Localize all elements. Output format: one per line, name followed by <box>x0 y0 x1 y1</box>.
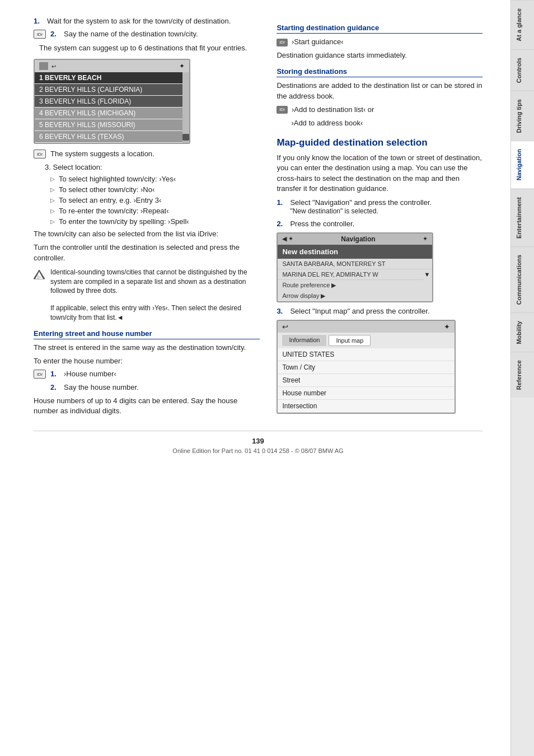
sidebar-tab-communications[interactable]: Communications <box>511 246 534 312</box>
screen-icon-label: ↩ <box>51 63 56 69</box>
beverly-row-3: 3 BEVERLY HILLS (FLORIDA) <box>35 96 182 108</box>
nav-screen-row-2-container: MARINA DEL REY, ADMIRALTY W ▼ <box>278 269 432 280</box>
storing-heading: Storing destinations <box>277 67 483 77</box>
sub-item-1: ▷ To select highlighted town/city: ›Yes‹ <box>50 175 260 183</box>
sub-item-4: ▷ To re-enter the town/city: ›Repeat‹ <box>50 207 260 215</box>
idrive-icon-store: iDr <box>277 106 288 114</box>
right-column: Starting destination guidance iDr ›Start… <box>277 17 483 419</box>
beverly-row-6: 6 BEVERLY HILLS (TEXAS) <box>35 131 182 143</box>
sub-item-5: ▷ To enter the town/city by spelling: ›S… <box>50 217 260 226</box>
house-info: House numbers of up to 4 digits can be e… <box>34 396 260 416</box>
beverly-row-5: 5 BEVERLY HILLS (MISSOURI) <box>35 119 182 131</box>
nav-screen-header: ◀ ✦ Navigation ✦ <box>278 234 432 245</box>
input-row-country: UNITED STATES <box>278 348 455 361</box>
start-guidance-container: iDr ›Start guidance‹ <box>277 37 483 47</box>
entering-p1: The street is entered in the same way as… <box>34 343 260 353</box>
note-triangle-container: ▷ <box>34 268 46 280</box>
scroll-thumb <box>182 134 189 141</box>
to-enter-house: To enter the house number: <box>34 356 260 366</box>
sidebar-tab-driving-tips[interactable]: Driving tips <box>511 91 534 141</box>
triangle-icon-3: ▷ <box>50 197 56 203</box>
sidebar-tab-at-a-glance[interactable]: At a glance <box>511 0 534 49</box>
idrive-icon-step2: iDr <box>34 30 46 39</box>
nav-screen-title-header: Navigation <box>341 235 375 243</box>
triangle-icon-1: ▷ <box>50 176 56 182</box>
map-step-1-sub: "New destination" is selected. <box>290 207 378 215</box>
step-3-select: 3. Select location: ▷ To select highligh… <box>45 163 260 226</box>
step-1: 1. Wait for the system to ask for the to… <box>34 17 260 25</box>
nav-scroll-icon: ▼ <box>424 271 432 278</box>
screen-header-compass: ✦ <box>179 62 185 70</box>
idrive-desc: Turn the controller until the destinatio… <box>34 242 260 263</box>
note-triangle-icon: ▷ <box>34 269 45 280</box>
triangle-icon-2: ▷ <box>50 186 56 193</box>
map-step-2: 2. Press the controller. <box>277 220 483 228</box>
sidebar-tab-entertainment[interactable]: Entertainment <box>511 189 534 246</box>
starting-heading: Starting destination guidance <box>277 24 483 34</box>
idrive-icon-suggest: iDr <box>34 150 46 158</box>
page-number: 139 <box>34 437 483 445</box>
input-map-header-icon: ✦ <box>444 323 450 331</box>
storing-desc: Destinations are added to the destinatio… <box>277 81 483 101</box>
sidebar-tab-navigation[interactable]: Navigation <box>511 141 534 188</box>
nav-screen-row-1: SANTA BARBARA, MONTERREY ST <box>278 259 432 269</box>
sub-item-2: ▷ To select other town/city: ›No‹ <box>50 185 260 194</box>
step-2: iDr 2. Say the name of the destination t… <box>34 30 260 39</box>
sidebar-tab-reference[interactable]: Reference <box>511 352 534 398</box>
scrollbar <box>182 72 189 143</box>
beverly-screen: ↩ ✦ 1 BEVERLY BEACH 2 BEVERLY HILLS (CAL… <box>34 59 190 144</box>
suggest-text: The system can suggest up to 6 destinati… <box>39 43 260 53</box>
triangle-icon-5: ▷ <box>50 218 56 225</box>
step-3-suggest: iDr The system suggests a location. <box>34 150 260 158</box>
nav-screen-icon: ✦ <box>423 235 428 242</box>
tab-input-map[interactable]: Input map <box>329 335 371 346</box>
house-step-1: iDr 1. ›House number‹ <box>34 370 260 379</box>
storing-cmd2: ›Add to address book‹ <box>291 118 483 128</box>
screen-body: 1 BEVERLY BEACH 2 BEVERLY HILLS (CALIFOR… <box>35 72 189 143</box>
input-map-tabs: Information Input map <box>278 333 455 348</box>
screen-header: ↩ ✦ <box>35 60 189 72</box>
page-footer: 139 Online Edition for Part no. 01 41 0 … <box>34 431 483 454</box>
select-sub-list: ▷ To select highlighted town/city: ›Yes‹… <box>50 175 260 226</box>
sidebar-tab-controls[interactable]: Controls <box>511 49 534 91</box>
nav-screen: ◀ ✦ Navigation ✦ New destination SANTA B… <box>277 232 433 302</box>
nav-screen-footer-2: Arrow display ▶ <box>278 291 432 301</box>
note-text2: If applicable, select this entry with ›Y… <box>50 304 260 323</box>
map-guided-heading: Map-guided destination selection <box>277 137 483 148</box>
beverly-row-1: 1 BEVERLY BEACH <box>35 72 182 84</box>
sidebar-tab-mobility[interactable]: Mobility <box>511 312 534 352</box>
footer-text: Online Edition for Part no. 01 41 0 014 … <box>34 447 483 454</box>
input-row-street: Street <box>278 374 455 387</box>
nav-screen-row-2: MARINA DEL REY, ADMIRALTY W <box>278 269 424 280</box>
nav-screen-footer-1: Route preference ▶ <box>278 280 432 291</box>
sub-item-3: ▷ To select an entry, e.g. ›Entry 3‹ <box>50 196 260 204</box>
left-column: 1. Wait for the system to ask for the to… <box>34 17 260 419</box>
input-row-house: House number <box>278 387 455 400</box>
idrive-text: The town/city can also be selected from … <box>34 229 260 239</box>
beverly-row-2: 2 BEVERLY HILLS (CALIFORNIA) <box>35 84 182 96</box>
input-map-screen: ↩ ✦ Information Input map UNITED STATES … <box>277 320 456 414</box>
select-location-label: 3. Select location: <box>45 163 260 171</box>
start-guidance-cmd: ›Start guidance‹ <box>292 38 344 46</box>
map-step-3: 3. Select "Input map" and press the cont… <box>277 307 483 315</box>
svg-text:▷: ▷ <box>38 274 41 279</box>
house-step-2: 2. Say the house number. <box>50 383 260 391</box>
input-row-town: Town / City <box>278 361 455 374</box>
map-guided-p1: If you only know the location of the tow… <box>277 153 483 194</box>
input-map-back-icon: ↩ <box>282 323 288 331</box>
map-step-1: 1. Select "Navigation" and press the con… <box>277 198 483 215</box>
beverly-row-4: 4 BEVERLY HILLS (MICHIGAN) <box>35 108 182 119</box>
screen-header-icon <box>39 62 48 70</box>
start-guidance-desc: Destination guidance starts immediately. <box>277 50 483 60</box>
storing-cmd1: iDr ›Add to destination list‹ or <box>277 105 483 115</box>
note-box: ▷ Identical-sounding towns/cities that c… <box>34 268 260 299</box>
input-map-header: ↩ ✦ <box>278 321 455 333</box>
nav-screen-new-dest: New destination <box>278 245 432 259</box>
sidebar: At a glance Controls Driving tips Naviga… <box>510 0 534 756</box>
note-text: Identical-sounding towns/cities that can… <box>50 268 260 296</box>
input-row-intersection: Intersection <box>278 400 455 413</box>
entering-heading: Entering street and house number <box>34 329 260 339</box>
main-content: 1. Wait for the system to ask for the to… <box>0 0 510 756</box>
tab-information[interactable]: Information <box>282 335 326 346</box>
idrive-icon-start: iDr <box>277 39 288 46</box>
